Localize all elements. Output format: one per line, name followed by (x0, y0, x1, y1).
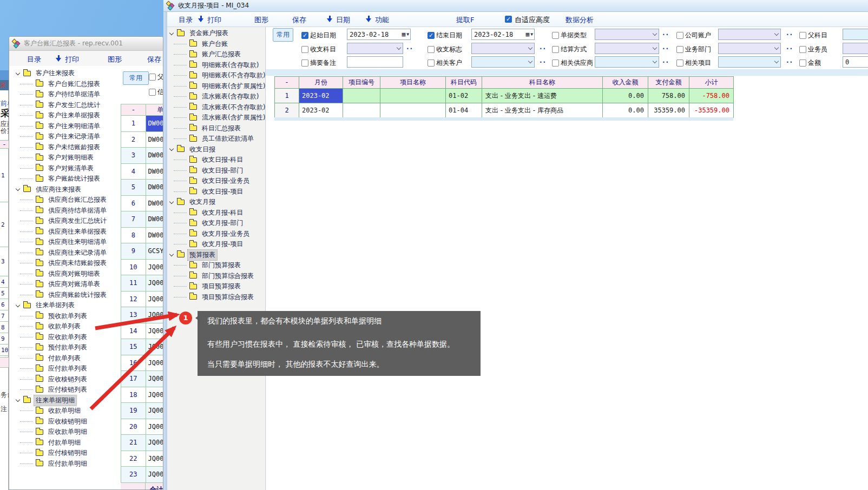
tree-node[interactable]: 收支月报 (169, 197, 267, 208)
inout-subject-select[interactable] (347, 43, 403, 54)
tree-node[interactable]: 客户往来记录清单 (16, 131, 108, 142)
parent-subject-checkbox[interactable] (799, 32, 806, 39)
tree-node[interactable]: 供应商对账明细表 (16, 269, 108, 280)
related-customer-checkbox[interactable] (428, 59, 435, 67)
tree-node[interactable]: 供应商账龄统计报表 (16, 290, 108, 301)
grid-row[interactable]: 3 DW000 (121, 148, 163, 164)
tree-node[interactable]: 应收核销明细 (16, 416, 108, 427)
graph-button[interactable]: 图形 (108, 55, 122, 64)
tree-node[interactable]: 明细账表(不含存取款) (169, 70, 267, 81)
grid-unit-code[interactable]: JQ003 (146, 451, 163, 467)
memo-checkbox[interactable] (301, 59, 308, 67)
tree-node[interactable]: 预付款单列表 (16, 342, 108, 353)
tree-node[interactable]: 供应商对账清单表 (16, 279, 108, 290)
grid-unit-code[interactable]: DW000 (146, 148, 163, 164)
income-cell[interactable]: 0.00 (603, 103, 648, 118)
catalog-button[interactable]: 目录 (27, 55, 41, 64)
tree-node[interactable]: 供应商发生汇总统计 (16, 216, 108, 227)
grid-row[interactable]: 8 DW000 (121, 228, 163, 244)
auto-height-checkbox[interactable] (505, 16, 512, 23)
grid-row[interactable]: 14 JQ001 (121, 323, 163, 340)
tree-node[interactable]: 收款单明细 (16, 406, 108, 416)
extract-button[interactable]: 提取F (456, 15, 474, 25)
tree-node[interactable]: 流水账表(含存取款) (169, 91, 267, 102)
tree-node[interactable]: 员工借款还款清单 (169, 134, 267, 144)
payment-cell[interactable]: 758.00 (648, 89, 689, 103)
dropdown-arrow-icon[interactable]: ▼ (406, 32, 409, 37)
calendar-icon[interactable]: ▦ (402, 31, 406, 38)
tree-node[interactable]: 预收款单列表 (16, 311, 108, 322)
col-header-subtotal[interactable]: 小计 (689, 77, 734, 89)
grid-unit-code[interactable]: JQ003 (146, 435, 163, 451)
chevron-down-icon[interactable] (16, 71, 20, 75)
tree-node[interactable]: 客户对账清单表 (16, 163, 108, 174)
project-no-cell[interactable] (343, 89, 380, 103)
tree-node[interactable]: 应付款单明细 (16, 459, 108, 469)
dropdown-arrow-icon[interactable]: ▼ (530, 32, 533, 37)
grid-row[interactable]: 17 JQ002 (121, 371, 163, 387)
grid-row[interactable]: 10 JQ000 (121, 260, 163, 276)
grid-unit-code[interactable]: JQ001 (146, 323, 163, 340)
grid-unit-code[interactable]: DW000 (146, 196, 163, 212)
grid-unit-code[interactable]: DW000 (146, 228, 163, 244)
window-titlebar[interactable]: 客户台账汇总报表 - rep.recv.001 (9, 37, 163, 51)
grid-unit-code[interactable]: JQ001 (146, 339, 163, 355)
grid-row[interactable]: 11 JQ000 (121, 275, 163, 292)
col-header-project-name[interactable]: 项目名称 (380, 77, 446, 89)
tree-node[interactable]: 应收款单列表 (16, 332, 108, 343)
tree-node[interactable]: 供应商往来报表 (16, 184, 108, 195)
grid-unit-code[interactable]: JQ000 (146, 292, 163, 308)
window-titlebar[interactable]: 收支月报-项目 - MI_034 (163, 0, 868, 12)
col-header-index[interactable]: - (275, 77, 299, 89)
end-date-input[interactable]: 2023-02-18 ▦▼ (471, 29, 535, 40)
grid-row[interactable]: 9 GCSYF (121, 243, 163, 260)
start-date-input[interactable]: 2023-02-18 ▦▼ (347, 29, 411, 40)
save-button[interactable]: 保存 (292, 15, 306, 25)
save-button[interactable]: 保存 (147, 55, 161, 64)
tree-node[interactable]: 往来单据明细 (16, 395, 108, 406)
chevron-down-icon[interactable] (169, 200, 174, 204)
biz-dept-checkbox[interactable] (676, 46, 683, 53)
tree-node[interactable]: 收支月报-项目 (169, 239, 267, 250)
tree-node[interactable]: 客户发生汇总统计 (16, 100, 108, 111)
biz-dept-select[interactable] (718, 43, 781, 54)
graph-button[interactable]: 图形 (254, 15, 268, 25)
grid-row[interactable]: 21 JQ003 (121, 435, 163, 451)
tree-node[interactable]: 流水账表(不含存取款) (169, 102, 267, 113)
tree-node[interactable]: 客户账龄统计报表 (16, 174, 108, 184)
date-dropdown-icon[interactable] (327, 15, 333, 22)
tree-node[interactable]: 供应商台账汇总报表 (16, 195, 108, 206)
print-dropdown-icon[interactable] (56, 55, 62, 62)
start-date-checkbox[interactable] (301, 32, 308, 39)
amount-input[interactable]: 0 (843, 56, 868, 68)
grid-row[interactable]: 18 JQ002 (121, 387, 163, 403)
company-account-select[interactable] (718, 29, 781, 40)
tree-node[interactable]: 应收款单明细 (16, 427, 108, 438)
tree-node[interactable]: 客户对账明细表 (16, 153, 108, 163)
tree-node[interactable]: 付款单明细 (16, 438, 108, 448)
tree-node[interactable]: 资金账户报表 (169, 28, 267, 39)
tree-node[interactable]: 收支日报 (169, 144, 267, 155)
grid-row[interactable]: 7 DW000 (121, 211, 163, 228)
grid-unit-code[interactable]: JQ000 (146, 275, 163, 292)
tree-node[interactable]: 科目汇总报表 (169, 123, 267, 134)
catalog-button[interactable]: 目录 (179, 15, 193, 25)
grid-unit-code[interactable]: DW000 (146, 180, 163, 196)
chevron-down-icon[interactable] (16, 187, 20, 191)
tree-node[interactable]: 供应商往来单据报表 (16, 227, 108, 237)
grid-row[interactable]: 12 JQ000 (121, 292, 163, 308)
grid-unit-code[interactable]: JQ002 (146, 371, 163, 387)
col-header-month[interactable]: 月份 (299, 77, 343, 89)
col-header-project-no[interactable]: 项目编号 (343, 77, 380, 89)
grid-row[interactable]: 23 JQ003 (121, 467, 163, 483)
print-button[interactable]: 打印 (65, 55, 79, 64)
payment-cell[interactable]: 35359.00 (648, 103, 689, 118)
doc-type-select[interactable] (595, 29, 659, 40)
tree-node[interactable]: 收款单列表 (16, 321, 108, 332)
tree-node[interactable]: 客户往来报表 (16, 68, 108, 79)
grid-unit-code[interactable]: JQ003 (146, 467, 163, 483)
grid-unit-code[interactable]: JQ002 (146, 355, 163, 372)
project-name-cell[interactable] (380, 89, 446, 103)
tree-node[interactable]: 账户台账 (169, 39, 267, 50)
tree-node[interactable]: 客户未结账龄报表 (16, 142, 108, 153)
